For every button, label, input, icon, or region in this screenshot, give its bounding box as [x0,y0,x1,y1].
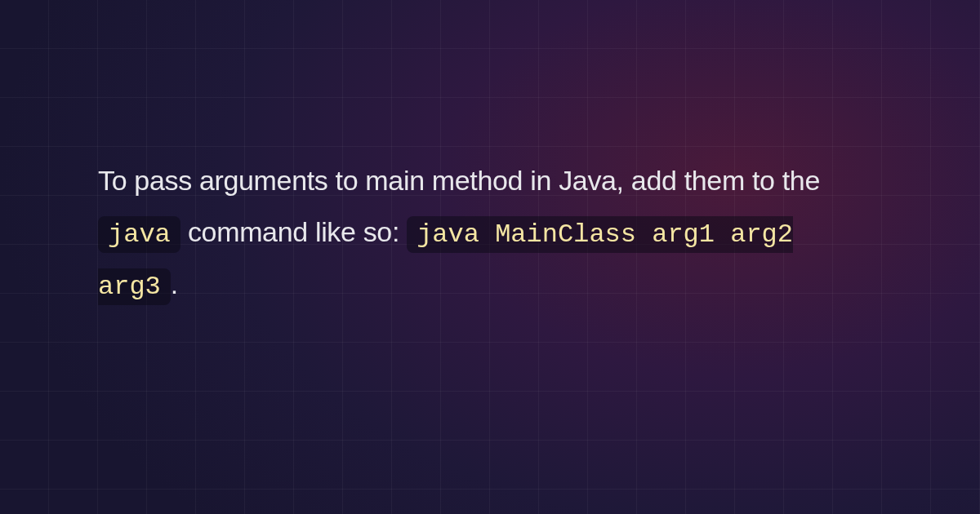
text-segment-3: . [171,268,178,299]
text-segment-2: command like so: [180,216,407,247]
text-segment-1: To pass arguments to main method in Java… [98,165,820,196]
main-text-block: To pass arguments to main method in Java… [0,0,980,311]
inline-code-java: java [98,216,180,253]
